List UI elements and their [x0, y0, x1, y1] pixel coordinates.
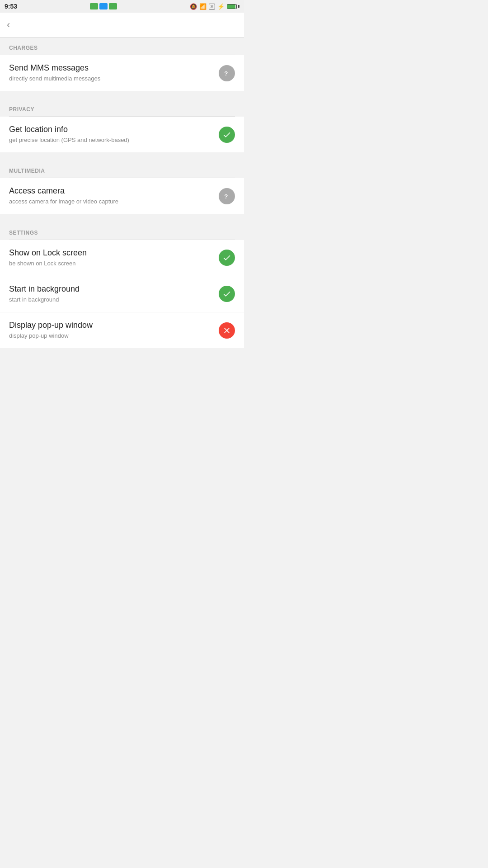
perm-text-background: Start in background start in background [9, 284, 213, 304]
wifi-icon: 📶 [199, 3, 206, 10]
perm-desc-popup: display pop-up window [9, 332, 213, 340]
perm-desc-background: start in background [9, 296, 213, 304]
status-icon-mms: ? [219, 65, 235, 81]
perm-desc-location: get precise location (GPS and network-ba… [9, 136, 213, 144]
app-icon-3 [109, 3, 117, 9]
mute-icon: 🔕 [190, 3, 197, 10]
app-icon-2 [99, 3, 108, 9]
perm-desc-camera: access camera for image or video capture [9, 198, 213, 206]
status-icon-background [219, 286, 235, 302]
perm-text-camera: Access camera access camera for image or… [9, 186, 213, 206]
perm-text-mms: Send MMS messages directly send multimed… [9, 63, 213, 83]
gap-3 [0, 214, 244, 222]
status-time: 9:53 [5, 3, 17, 10]
content: CHARGES Send MMS messages directly send … [0, 38, 244, 348]
perm-text-location: Get location info get precise location (… [9, 125, 213, 144]
perm-desc-lockscreen: be shown on Lock screen [9, 259, 213, 268]
section-settings: SETTINGS Show on Lock screen be shown on… [0, 222, 244, 349]
list-item[interactable]: Get location info get precise location (… [0, 117, 244, 152]
app-icon-1 [90, 3, 98, 9]
perm-text-lockscreen: Show on Lock screen be shown on Lock scr… [9, 248, 213, 268]
svg-text:?: ? [224, 70, 228, 77]
perm-text-popup: Display pop-up window display pop-up win… [9, 321, 213, 340]
status-icon-location [219, 127, 235, 143]
perm-title-lockscreen: Show on Lock screen [9, 248, 213, 258]
section-header-settings: SETTINGS [0, 222, 244, 240]
status-icon-popup [219, 322, 235, 339]
header: ‹ [0, 13, 244, 38]
charging-icon: ⚡ [217, 3, 225, 10]
section-charges: CHARGES Send MMS messages directly send … [0, 38, 244, 91]
perm-title-mms: Send MMS messages [9, 63, 213, 73]
list-item[interactable]: Send MMS messages directly send multimed… [0, 55, 244, 91]
status-icon-camera: ? [219, 188, 235, 204]
section-block-privacy: Get location info get precise location (… [0, 117, 244, 152]
status-right-icons: 🔕 📶 ✕ ⚡ [190, 3, 239, 10]
perm-title-popup: Display pop-up window [9, 321, 213, 330]
perm-title-camera: Access camera [9, 186, 213, 196]
svg-text:?: ? [224, 193, 228, 200]
section-header-multimedia: MULTIMEDIA [0, 160, 244, 178]
status-icon-lockscreen [219, 250, 235, 266]
section-multimedia: MULTIMEDIA Access camera access camera f… [0, 160, 244, 214]
list-item[interactable]: Access camera access camera for image or… [0, 178, 244, 214]
section-header-charges: CHARGES [0, 38, 244, 55]
signal-icon: ✕ [209, 4, 215, 9]
section-privacy: PRIVACY Get location info get precise lo… [0, 99, 244, 152]
section-block-settings: Show on Lock screen be shown on Lock scr… [0, 240, 244, 349]
section-block-multimedia: Access camera access camera for image or… [0, 178, 244, 214]
list-item[interactable]: Start in background start in background [0, 276, 244, 312]
list-item[interactable]: Show on Lock screen be shown on Lock scr… [0, 240, 244, 276]
back-button[interactable]: ‹ [7, 19, 10, 31]
status-bar: 9:53 🔕 📶 ✕ ⚡ [0, 0, 244, 13]
perm-desc-mms: directly send multimedia messages [9, 75, 213, 83]
list-item[interactable]: Display pop-up window display pop-up win… [0, 312, 244, 348]
gap-2 [0, 152, 244, 160]
battery-indicator [227, 4, 239, 9]
perm-title-background: Start in background [9, 284, 213, 294]
section-block-charges: Send MMS messages directly send multimed… [0, 55, 244, 91]
gap-1 [0, 91, 244, 99]
section-header-privacy: PRIVACY [0, 99, 244, 116]
perm-title-location: Get location info [9, 125, 213, 134]
